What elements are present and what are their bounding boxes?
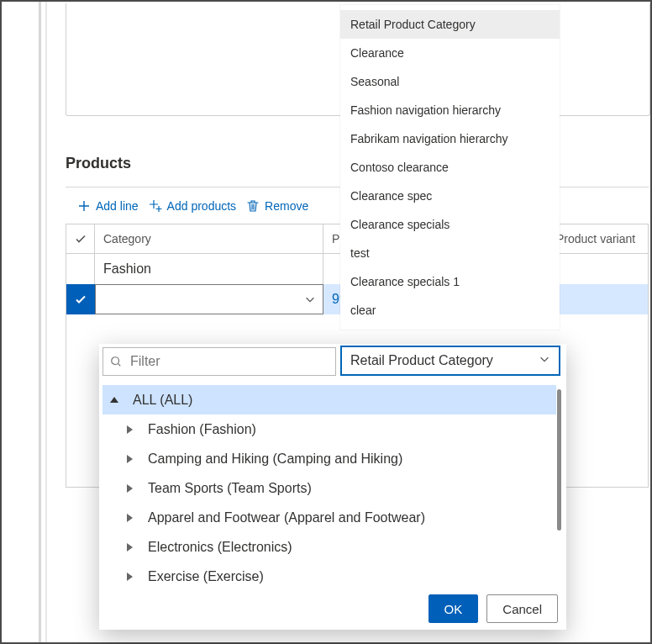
tree-node[interactable]: Exercise (Exercise) <box>103 562 556 588</box>
dropdown-item[interactable]: Clearance specials <box>340 210 560 239</box>
app-frame: Products Add line Add products Remove Ca… <box>0 0 652 644</box>
add-products-label: Add products <box>167 199 237 213</box>
add-products-icon <box>149 199 162 213</box>
dropdown-item[interactable]: test <box>340 239 560 267</box>
svg-marker-4 <box>127 484 133 493</box>
dropdown-item[interactable]: Fabrikam navigation hierarchy <box>340 124 560 153</box>
svg-marker-7 <box>127 573 133 581</box>
remove-button[interactable]: Remove <box>243 196 312 216</box>
dropdown-item[interactable]: Clearance specials 1 <box>340 267 560 296</box>
tree-node-label: Electronics (Electronics) <box>148 540 292 555</box>
trash-icon <box>246 199 260 213</box>
chevron-down-icon <box>304 293 316 305</box>
tree-node-label: Exercise (Exercise) <box>148 569 264 584</box>
add-line-button[interactable]: Add line <box>74 196 142 216</box>
svg-point-0 <box>112 357 119 365</box>
row-variant-cell[interactable] <box>547 284 648 314</box>
grid-header-category[interactable]: Category <box>95 224 323 253</box>
filter-input[interactable] <box>129 353 329 370</box>
expand-icon[interactable] <box>123 482 136 495</box>
tree-node[interactable]: Electronics (Electronics) <box>103 532 556 562</box>
dropdown-item[interactable]: Retail Product Category <box>340 10 560 39</box>
expand-icon[interactable] <box>123 570 136 583</box>
hierarchy-select[interactable]: Retail Product Category <box>340 346 560 376</box>
dropdown-item[interactable]: Seasonal <box>340 67 560 96</box>
filter-field[interactable] <box>103 347 336 376</box>
svg-marker-3 <box>127 455 133 463</box>
hierarchy-select-value: Retail Product Category <box>350 353 493 368</box>
tree-node[interactable]: Fashion (Fashion) <box>103 414 556 444</box>
grid-header-product-variant[interactable]: Product variant <box>547 224 648 253</box>
svg-marker-6 <box>127 543 133 552</box>
tree-node[interactable]: Apparel and Footwear (Apparel and Footwe… <box>103 503 556 532</box>
category-picker-popup: ALL (ALL) Fashion (Fashion) Camping and … <box>99 344 566 630</box>
tree-node-label: Camping and Hiking (Camping and Hiking) <box>148 451 402 467</box>
dropdown-item[interactable]: Clearance spec <box>340 182 560 210</box>
scrollbar-thumb[interactable] <box>557 389 561 531</box>
svg-marker-2 <box>127 425 133 434</box>
remove-label: Remove <box>265 199 308 213</box>
gutter-inner <box>45 2 47 642</box>
check-icon <box>74 232 87 245</box>
add-line-label: Add line <box>96 199 139 213</box>
category-tree: ALL (ALL) Fashion (Fashion) Camping and … <box>103 385 556 588</box>
dropdown-item[interactable]: Fashion navigation hierarchy <box>340 96 560 124</box>
picker-buttons: OK Cancel <box>429 594 558 623</box>
grid-header-checkbox[interactable] <box>66 224 95 253</box>
add-products-button[interactable]: Add products <box>145 196 240 216</box>
tree-node[interactable]: Team Sports (Team Sports) <box>103 473 556 503</box>
svg-marker-1 <box>110 397 118 403</box>
gutter-outer <box>39 2 41 642</box>
tree-node[interactable]: Camping and Hiking (Camping and Hiking) <box>103 444 556 473</box>
dropdown-item[interactable]: clear <box>340 296 560 325</box>
tree-node-label: Team Sports (Team Sports) <box>148 481 312 496</box>
row-category-cell[interactable]: Fashion <box>95 254 323 284</box>
search-icon <box>110 356 122 367</box>
svg-marker-5 <box>127 514 133 522</box>
hierarchy-dropdown-list: Retail Product Category Clearance Season… <box>340 5 560 330</box>
plus-icon <box>77 199 91 213</box>
dropdown-item[interactable]: Clearance <box>340 39 560 67</box>
row-checkbox-selected[interactable] <box>66 284 95 314</box>
collapse-icon[interactable] <box>108 393 121 407</box>
tree-node-root[interactable]: ALL (ALL) <box>103 385 556 414</box>
row-checkbox[interactable] <box>66 254 95 284</box>
expand-icon[interactable] <box>123 452 136 466</box>
chevron-down-icon <box>539 353 550 368</box>
tree-node-label: Fashion (Fashion) <box>148 422 256 437</box>
dropdown-item[interactable]: Contoso clearance <box>340 153 560 182</box>
row-variant-cell[interactable] <box>547 254 648 284</box>
ok-button[interactable]: OK <box>429 594 479 623</box>
expand-icon[interactable] <box>123 423 136 436</box>
check-icon <box>74 293 87 306</box>
tree-node-label: ALL (ALL) <box>133 393 192 408</box>
tree-node-label: Apparel and Footwear (Apparel and Footwe… <box>148 510 425 525</box>
section-title: Products <box>66 155 131 172</box>
expand-icon[interactable] <box>123 511 136 525</box>
cancel-button[interactable]: Cancel <box>486 594 558 623</box>
row-category-dropdown[interactable] <box>95 284 323 314</box>
expand-icon[interactable] <box>123 541 136 554</box>
